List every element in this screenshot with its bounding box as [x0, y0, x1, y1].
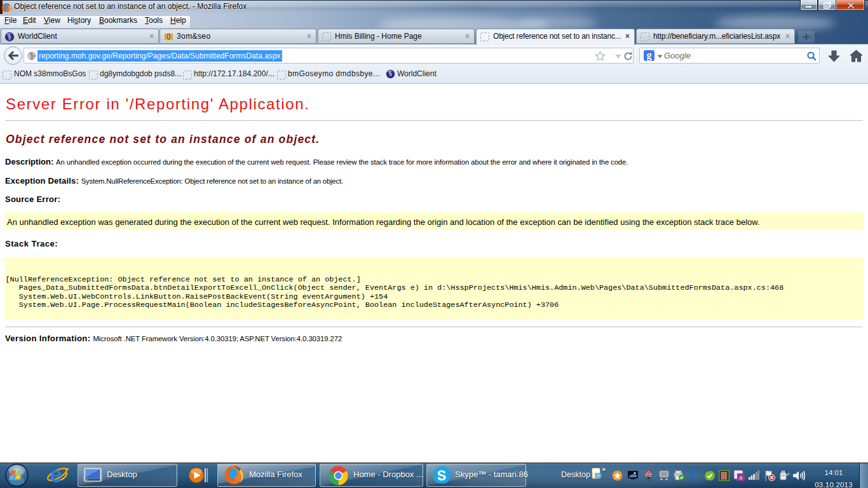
svg-text:e: e	[50, 464, 62, 487]
svg-text:n: n	[740, 474, 743, 481]
